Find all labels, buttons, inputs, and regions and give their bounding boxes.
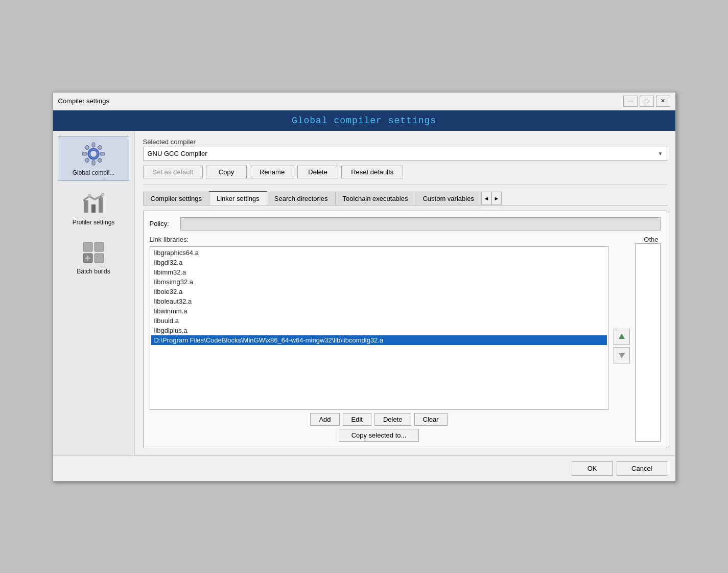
title-bar-controls: — □ ✕ (623, 96, 670, 107)
gear-icon (80, 141, 107, 167)
profiler-icon (80, 190, 107, 217)
tab-nav-prev[interactable]: ◄ (481, 192, 491, 205)
sidebar-item-label-profiler: Profiler settings (73, 219, 115, 226)
window-title: Compiler settings (58, 97, 109, 105)
cancel-button[interactable]: Cancel (617, 461, 667, 476)
compiler-settings-window: Compiler settings — □ ✕ Global compiler … (53, 92, 676, 482)
sidebar: Global compil... Profiler settings (53, 131, 135, 455)
other-label: Othe (635, 236, 661, 243)
svg-point-10 (90, 150, 97, 157)
compiler-dropdown[interactable]: GNU GCC Compiler (143, 147, 667, 161)
svg-rect-18 (95, 242, 104, 251)
policy-dropdown[interactable] (180, 217, 661, 231)
linker-settings-content: Policy: Link libraries: libgraphics64.al… (143, 211, 667, 448)
svg-rect-13 (99, 197, 103, 213)
svg-rect-11 (84, 200, 88, 213)
bottom-buttons: OK Cancel (53, 455, 675, 481)
svg-rect-12 (91, 204, 96, 213)
close-button[interactable]: ✕ (656, 96, 670, 107)
sidebar-item-global-compiler[interactable]: Global compil... (58, 136, 129, 181)
svg-rect-17 (83, 242, 92, 251)
svg-point-15 (101, 193, 104, 196)
svg-rect-6 (85, 145, 90, 150)
library-item[interactable]: libgdiplus.a (151, 326, 607, 335)
set-as-default-button[interactable]: Set as default (143, 166, 203, 178)
main-content: Global compil... Profiler settings (53, 131, 675, 455)
library-item[interactable]: libole32.a (151, 287, 607, 296)
title-bar: Compiler settings — □ ✕ (53, 93, 675, 110)
header-bar: Global compiler settings (53, 110, 675, 131)
tab-compiler-settings[interactable]: Compiler settings (143, 192, 209, 205)
arrow-down-icon (618, 351, 626, 359)
delete-library-button[interactable]: Delete (374, 413, 411, 426)
sidebar-item-batch-builds[interactable]: Batch builds (58, 235, 129, 279)
policy-row: Policy: (150, 217, 661, 231)
minimize-button[interactable]: — (623, 96, 638, 107)
svg-rect-20 (95, 254, 104, 263)
link-libraries-main: Link libraries: libgraphics64.alibgdi32.… (150, 236, 608, 442)
link-libraries-label: Link libraries: (150, 236, 608, 243)
sidebar-item-profiler[interactable]: Profiler settings (58, 186, 129, 230)
libraries-list: libgraphics64.alibgdi32.alibimm32.alibms… (150, 246, 608, 410)
library-item[interactable]: libgdi32.a (151, 258, 607, 267)
svg-marker-23 (619, 334, 625, 339)
compiler-dropdown-wrapper: GNU GCC Compiler (143, 147, 667, 161)
svg-rect-3 (92, 161, 95, 165)
library-item[interactable]: libuuid.a (151, 316, 607, 326)
tab-linker-settings[interactable]: Linker settings (209, 191, 267, 205)
sidebar-item-label-global: Global compil... (73, 169, 115, 176)
tab-search-directories[interactable]: Search directories (267, 192, 336, 205)
edit-library-button[interactable]: Edit (343, 413, 371, 426)
svg-rect-4 (82, 152, 87, 155)
reset-defaults-button[interactable]: Reset defaults (341, 166, 403, 178)
copy-button[interactable]: Copy (206, 166, 247, 178)
svg-rect-7 (98, 145, 103, 150)
header-title: Global compiler settings (292, 116, 436, 126)
library-item[interactable]: libwinmm.a (151, 306, 607, 316)
arrow-buttons (614, 236, 630, 442)
svg-rect-2 (92, 143, 95, 147)
library-item[interactable]: D:\Program Files\CodeBlocks\MinGW\x86_64… (151, 335, 607, 345)
delete-button[interactable]: Delete (297, 166, 338, 178)
tab-nav-next[interactable]: ► (491, 192, 502, 205)
copy-selected-row: Copy selected to... (150, 429, 608, 442)
library-item[interactable]: libgraphics64.a (151, 248, 607, 258)
svg-marker-24 (619, 353, 625, 358)
rename-button[interactable]: Rename (250, 166, 294, 178)
lib-buttons-row: Add Edit Delete Clear (150, 413, 608, 426)
clear-library-button[interactable]: Clear (414, 413, 448, 426)
selected-compiler-label: Selected compiler (143, 138, 667, 146)
maximize-button[interactable]: □ (640, 96, 654, 107)
svg-rect-8 (85, 157, 90, 163)
right-panel: Selected compiler GNU GCC Compiler Set a… (135, 131, 675, 455)
svg-point-16 (88, 194, 91, 197)
separator-1 (143, 185, 667, 185)
other-text-area[interactable] (635, 243, 661, 442)
tabs-row: Compiler settings Linker settings Search… (143, 191, 667, 205)
sidebar-item-label-batch: Batch builds (77, 268, 110, 275)
batch-builds-icon (80, 239, 107, 266)
tab-toolchain-executables[interactable]: Toolchain executables (335, 192, 416, 205)
svg-rect-5 (100, 152, 105, 155)
arrow-up-icon (618, 333, 626, 341)
move-down-button[interactable] (614, 347, 630, 363)
ok-button[interactable]: OK (572, 461, 613, 476)
selected-compiler-section: Selected compiler GNU GCC Compiler (143, 138, 667, 161)
title-bar-left: Compiler settings (58, 97, 109, 105)
policy-label: Policy: (150, 220, 175, 227)
toolbar-row: Set as default Copy Rename Delete Reset … (143, 166, 667, 178)
library-item[interactable]: libimm32.a (151, 267, 607, 277)
add-library-button[interactable]: Add (310, 413, 339, 426)
copy-selected-button[interactable]: Copy selected to... (339, 429, 419, 442)
move-up-button[interactable] (614, 329, 630, 345)
library-item[interactable]: libmsimg32.a (151, 277, 607, 287)
other-panel: Othe (635, 236, 661, 442)
link-libraries-section: Link libraries: libgraphics64.alibgdi32.… (150, 236, 661, 442)
svg-rect-9 (98, 157, 103, 163)
library-item[interactable]: liboleaut32.a (151, 296, 607, 306)
tab-custom-variables[interactable]: Custom variables (415, 192, 481, 205)
